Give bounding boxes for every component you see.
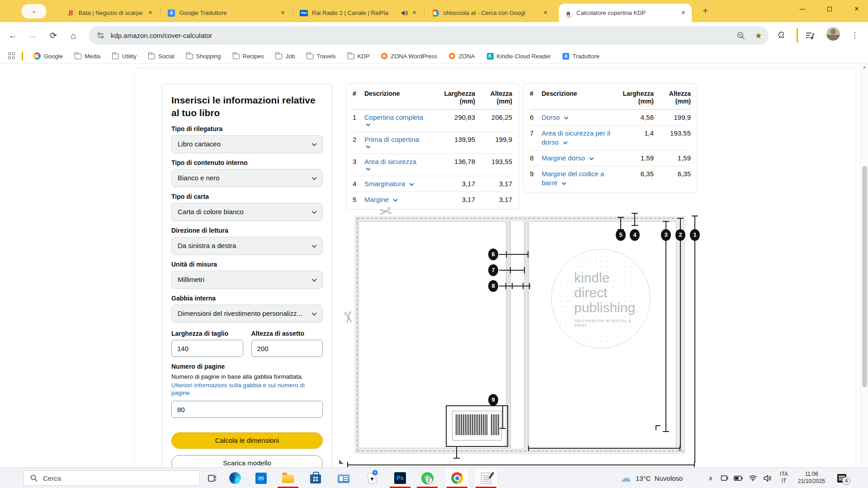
row-number: 2 [353, 135, 364, 143]
bookmark-item[interactable]: Recipes [227, 50, 270, 62]
tab-close-icon[interactable]: ✕ [542, 9, 549, 17]
zoom-page-icon[interactable] [737, 32, 745, 40]
folder-icon [233, 54, 240, 59]
binding-type-select[interactable]: Libro cartaceo [171, 135, 323, 153]
tab-close-icon[interactable]: ✕ [146, 9, 154, 17]
kdp-cover-calculator-page: Inserisci le informazioni relative al tu… [0, 64, 868, 467]
dimension-link[interactable]: Margine dorso [542, 154, 593, 162]
bookmark-item[interactable]: Media [69, 50, 106, 62]
taskbar-chrome[interactable] [445, 468, 469, 488]
site-info-icon[interactable] [97, 32, 104, 39]
height-value: 1,59 [654, 154, 691, 162]
task-view-button[interactable] [203, 468, 222, 488]
tab-google-traduttore[interactable]: A Google Traduttore ✕ [162, 4, 291, 22]
tab-search-button[interactable]: ⌄ [22, 4, 46, 19]
address-bar[interactable]: kdp.amazon.com/cover-calculator ★ [89, 26, 769, 45]
tablet-mode-icon[interactable] [718, 468, 731, 488]
home-icon[interactable]: ⌂ [67, 29, 80, 42]
scroll-up-arrow[interactable]: ▲ [861, 65, 868, 69]
tab-close-icon[interactable]: ✕ [410, 9, 418, 17]
bookmark-item[interactable]: KKindle Cloud Reader [481, 50, 557, 62]
page-count-info-link[interactable]: Ulteriori informazioni sulla gabbia e su… [171, 381, 323, 397]
dimension-link[interactable]: Margine [364, 196, 397, 203]
tab-audio-icon[interactable] [401, 10, 408, 16]
dimension-link[interactable]: Dorso [542, 113, 568, 121]
tab-kdp-calculator-active[interactable]: a Calcolatore copertina KDP ✕ [559, 4, 692, 22]
trim-width-input[interactable] [171, 340, 243, 357]
taskbar-clock[interactable]: 11:0621/10/2025 [792, 468, 831, 488]
window-minimize-button[interactable]: — [792, 0, 813, 18]
bookmark-item[interactable]: Job [269, 50, 301, 62]
taskbar-solitaire[interactable]: ♠ [360, 468, 384, 488]
battery-icon[interactable] [731, 468, 745, 488]
bookmark-item[interactable]: Travels [301, 50, 341, 62]
media-controls-icon[interactable] [804, 29, 816, 42]
measure-cap [347, 462, 348, 467]
taskbar-notes[interactable] [474, 468, 498, 488]
interior-type-select[interactable]: Bianco e nero [171, 169, 323, 187]
bookmark-item[interactable]: Utility [106, 50, 142, 62]
tab-google-search[interactable]: chiocciola at - Cerca con Googl ✕ [426, 4, 554, 22]
extensions-puzzle-icon[interactable] [775, 29, 788, 42]
page-scrollbar[interactable]: ▲ [860, 64, 868, 467]
action-center-button[interactable]: 4 [832, 468, 852, 488]
measure-cap [453, 458, 460, 459]
taskbar-explorer[interactable] [276, 468, 300, 488]
paper-type-select[interactable]: Carta di colore bianco [171, 203, 323, 221]
trim-size-select[interactable]: Dimensioni del rivestimento personalizz.… [171, 305, 323, 323]
bookmark-star-icon[interactable]: ★ [755, 31, 762, 41]
tab-close-icon[interactable]: ✕ [279, 9, 287, 17]
badge-1: 1 [690, 229, 700, 241]
browser-toolbar: ← → ⟳ ⌂ kdp.amazon.com/cover-calculator … [0, 22, 868, 49]
window-close-button[interactable]: ✕ [846, 0, 867, 18]
measure-unit-select[interactable]: Millimetri [171, 271, 323, 289]
taskbar-people[interactable] [331, 468, 356, 488]
scrollbar-thumb[interactable] [862, 166, 867, 387]
tab-close-icon[interactable]: ✕ [679, 9, 687, 17]
bookmark-item[interactable]: KDP [342, 50, 376, 62]
volume-icon[interactable] [760, 468, 775, 488]
new-tab-button[interactable]: + [700, 6, 711, 17]
language-indicator[interactable]: ITAIT [776, 468, 792, 488]
bookmark-item[interactable]: ATraduttore [557, 50, 605, 62]
calculate-button[interactable]: Calcola le dimensioni [171, 432, 323, 449]
height-value: 3,17 [475, 195, 512, 203]
reload-icon[interactable]: ⟳ [47, 29, 60, 42]
dimension-link[interactable]: Area di sicurezza [364, 158, 433, 170]
taskbar-whatsapp[interactable]: ✆2 [415, 468, 439, 488]
bookmark-item[interactable]: ZONA WordPress [375, 50, 443, 62]
dimension-link[interactable]: Margine del codice a barre [542, 170, 604, 187]
bookmark-item[interactable]: Shopping [180, 50, 227, 62]
dimension-link[interactable]: Area di sicurezza per il dorso [542, 129, 610, 146]
window-maximize-button[interactable] [819, 0, 840, 18]
tab-bata[interactable]: B Bata | Negozio di scarpe e acce ✕ [61, 4, 159, 22]
bookmark-label: Utility [122, 53, 137, 60]
taskbar-store[interactable] [303, 468, 328, 488]
dimension-link[interactable]: Copertina completa [364, 113, 433, 126]
browser-menu-icon[interactable]: ⋮ [851, 28, 859, 42]
taskbar-search-box[interactable]: Cerca [24, 470, 200, 486]
forward-icon[interactable]: → [26, 29, 39, 42]
taskbar-edge[interactable] [223, 468, 247, 488]
wifi-icon[interactable] [746, 468, 760, 488]
apps-grid-icon[interactable] [8, 52, 15, 60]
download-template-button[interactable]: Scarica modello [171, 455, 323, 467]
start-button[interactable] [0, 468, 22, 488]
trim-height-input[interactable] [251, 340, 323, 357]
chevron-down-icon [311, 243, 316, 248]
taskbar-mail[interactable]: ✉ [249, 468, 273, 488]
taskbar-photoshop[interactable]: Ps [388, 468, 412, 488]
bookmark-item[interactable]: Social [142, 50, 180, 62]
width-value: 4,58 [615, 113, 654, 121]
profile-avatar[interactable] [826, 27, 840, 41]
dimension-link[interactable]: Prima di copertina [364, 136, 433, 148]
back-icon[interactable]: ← [6, 29, 19, 42]
dimension-link[interactable]: Smarginatura [364, 180, 413, 188]
tab-rai-radio[interactable]: Rai Rai Radio 2 | Canale | RaiPla ✕ [294, 4, 423, 22]
bookmark-item[interactable]: Google [28, 50, 69, 62]
measure-cap [618, 217, 624, 218]
page-count-input[interactable] [171, 401, 323, 418]
reading-direction-select[interactable]: Da sinistra a destra [171, 237, 323, 255]
tray-expand-icon[interactable]: ∧ [704, 468, 717, 488]
bookmark-item[interactable]: ZONA [443, 50, 481, 62]
